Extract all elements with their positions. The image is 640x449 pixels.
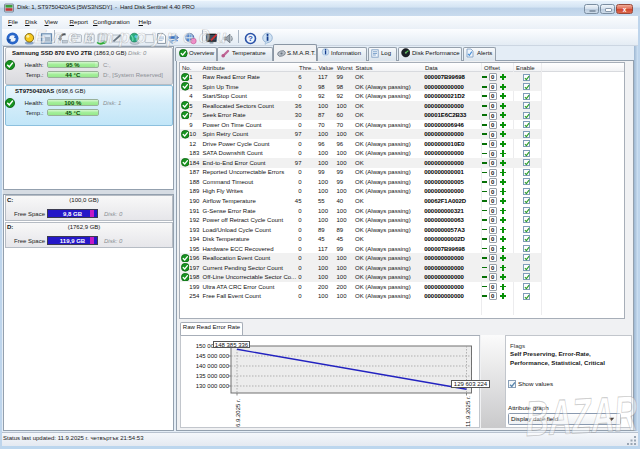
svg-text:6.9.2025 г.: 6.9.2025 г. (235, 399, 241, 427)
svg-text:11.9.2025 г.: 11.9.2025 г. (465, 396, 471, 427)
svg-text:?: ? (248, 34, 253, 43)
